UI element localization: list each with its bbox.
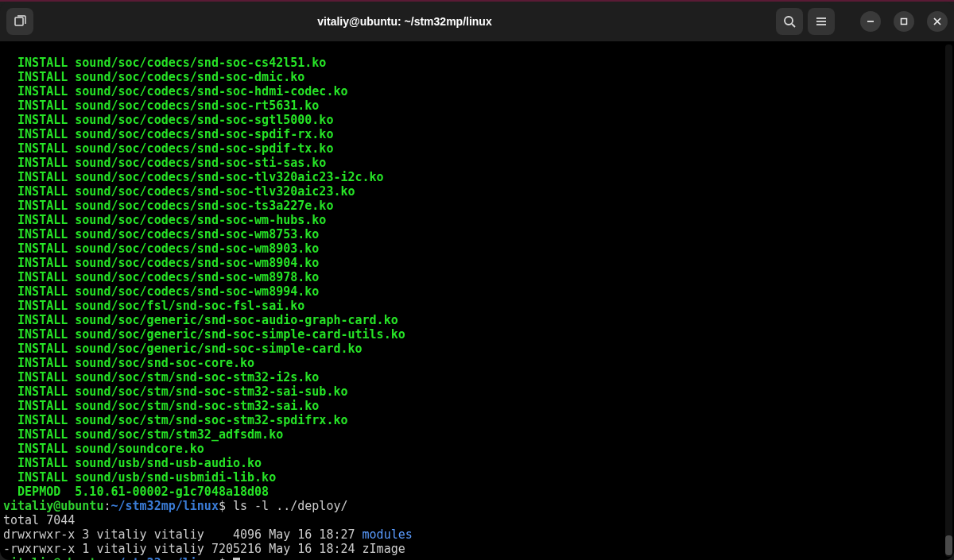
scrollbar-thumb[interactable]: [945, 535, 952, 555]
minimize-button[interactable]: [860, 11, 881, 32]
maximize-button[interactable]: [894, 11, 914, 32]
svg-point-1: [785, 17, 793, 25]
search-button[interactable]: [776, 8, 803, 35]
hamburger-menu-button[interactable]: [808, 8, 835, 35]
hamburger-icon: [815, 15, 828, 28]
terminal-output: INSTALL sound/soc/codecs/snd-soc-cs42l51…: [3, 56, 946, 560]
terminal-window: vitaliy@ubuntu: ~/stm32mp/linux INSTALL …: [0, 2, 954, 560]
svg-rect-7: [902, 19, 907, 25]
terminal-body[interactable]: INSTALL sound/soc/codecs/snd-soc-cs42l51…: [0, 41, 954, 560]
minimize-icon: [867, 17, 874, 25]
window-title: vitaliy@ubuntu: ~/stm32mp/linux: [38, 15, 771, 28]
titlebar[interactable]: vitaliy@ubuntu: ~/stm32mp/linux: [0, 2, 954, 41]
svg-rect-0: [15, 17, 23, 25]
scrollbar[interactable]: [945, 44, 952, 557]
close-icon: [933, 17, 941, 25]
new-tab-icon: [14, 15, 26, 28]
svg-line-2: [792, 24, 795, 27]
search-icon: [783, 15, 796, 28]
maximize-icon: [900, 17, 908, 25]
new-tab-button[interactable]: [6, 8, 33, 35]
close-button[interactable]: [927, 11, 948, 32]
